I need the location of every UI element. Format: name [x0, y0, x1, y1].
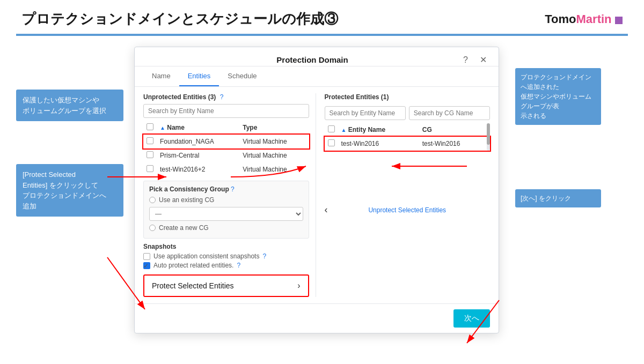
dialog-footer: 次へ [135, 303, 499, 333]
row-type-2: Virtual Machine [239, 162, 309, 176]
cg-help[interactable]: ? [231, 185, 235, 193]
tab-name[interactable]: Name [143, 66, 179, 86]
app-consistent-checkbox[interactable] [143, 253, 150, 260]
row-checkbox-2[interactable] [147, 165, 153, 172]
row-name-0: Foundation_NAGA [157, 135, 239, 149]
auto-protect-label: Auto protect related entities. [153, 262, 233, 269]
unprotected-help[interactable]: ? [220, 93, 224, 101]
col-type: Type [239, 121, 309, 135]
unprotected-label: Unprotected Entities (3) ? [143, 93, 309, 101]
app-consistent-help[interactable]: ? [262, 252, 266, 260]
dialog-body: Unprotected Entities (3) ? ▲ Name Type [135, 87, 499, 303]
tab-entities[interactable]: Entities [179, 66, 219, 86]
select-all-unprotected[interactable] [147, 123, 153, 130]
col-entity-name: ▲ Entity Name [338, 123, 419, 137]
annotation-next-label: [次へ] をクリック [515, 189, 601, 207]
right-annotations: プロテクションドメインへ追加された仮想マシンやボリュームグループが表示される [… [510, 47, 628, 333]
dialog-wrapper: Protection Domain ? ✕ Name Entities Sche… [123, 47, 510, 333]
chevron-right-icon: › [297, 281, 300, 291]
row-name-1: Prism-Central [157, 148, 239, 162]
unprotect-button[interactable]: Unprotect Selected Entities [368, 206, 446, 214]
annotation-next-click: [次へ] をクリック [515, 189, 628, 207]
next-button[interactable]: 次へ [453, 309, 490, 328]
unprotected-search-input[interactable] [143, 104, 309, 118]
dialog-title: Protection Domain [165, 55, 460, 64]
snapshots-section: Snapshots Use application consistent sna… [143, 243, 309, 269]
protected-row-checkbox-0[interactable] [328, 139, 335, 146]
page-title: プロテクションドメインとスケジュールの作成③ [21, 10, 338, 28]
protected-panel-header: Protected Entities (1) [325, 93, 491, 104]
table-row: Foundation_NAGA Virtual Machine [143, 135, 309, 149]
tab-schedule[interactable]: Schedule [219, 66, 265, 86]
auto-protect-checkbox[interactable]: ✓ [143, 262, 150, 269]
logo: TomoMartin [545, 12, 623, 26]
protected-scrollbar[interactable] [487, 123, 490, 151]
annotation-protect-click: [Protect SelectedEntities] をクリックしてプロテクショ… [16, 164, 123, 217]
row-checkbox-0[interactable] [147, 137, 153, 144]
protected-search-cg-input[interactable] [409, 106, 490, 120]
protected-label: Protected Entities (1) [325, 93, 389, 101]
row-type-1: Virtual Machine [239, 148, 309, 162]
logo-box-icon [615, 17, 623, 24]
annotation-protected-added: プロテクションドメインへ追加された仮想マシンやボリュームグループが表示される [515, 68, 601, 125]
main-area: 保護したい仮想マシンやボリュームグループを選択 [Protect Selecte… [0, 36, 644, 344]
protected-entity-0: test-Win2016 [338, 137, 419, 151]
protected-search-row [325, 106, 491, 120]
radio-new-cg-label: Create a new CG [159, 224, 209, 232]
two-col-layout: Unprotected Entities (3) ? ▲ Name Type [143, 93, 490, 297]
protected-table-row: test-Win2016 test-Win2016 [325, 137, 491, 151]
existing-cg-select[interactable]: — [149, 207, 303, 221]
scrollbar-thumb [487, 123, 490, 145]
protected-entities-panel: Protected Entities (1) ▲ [323, 93, 491, 297]
annotation-select-vm: 保護したい仮想マシンやボリュームグループを選択 [16, 90, 123, 121]
protected-cg-0: test-Win2016 [419, 137, 490, 151]
dialog-tabs: Name Entities Schedule [135, 66, 499, 87]
protected-search-entity-input[interactable] [325, 106, 406, 120]
table-row: test-Win2016+2 Virtual Machine [143, 162, 309, 176]
protect-selected-button[interactable]: Protect Selected Entities › [143, 274, 309, 297]
table-row: Prism-Central Virtual Machine [143, 148, 309, 162]
protection-domain-dialog: Protection Domain ? ✕ Name Entities Sche… [134, 47, 499, 333]
select-all-protected[interactable] [328, 125, 335, 132]
bottom-action-row: ‹ Unprotect Selected Entities [325, 204, 491, 216]
dialog-controls[interactable]: ? ✕ [460, 54, 490, 66]
unprotected-entities-panel: Unprotected Entities (3) ? ▲ Name Type [143, 93, 316, 297]
radio-new-cg[interactable]: Create a new CG [149, 224, 303, 232]
dialog-header: Protection Domain ? ✕ [135, 47, 499, 66]
auto-protect-row: ✓ Auto protect related entities. ? [143, 262, 309, 269]
radio-existing-cg[interactable]: Use an existing CG [149, 196, 303, 204]
logo-tomo: Tomo [545, 12, 576, 26]
page-header: プロテクションドメインとスケジュールの作成③ TomoMartin [0, 0, 644, 34]
row-name-2: test-Win2016+2 [157, 162, 239, 176]
snapshots-title: Snapshots [143, 243, 309, 250]
row-type-0: Virtual Machine [239, 135, 309, 149]
radio-existing-cg-label: Use an existing CG [159, 196, 214, 204]
cg-title: Pick a Consistency Group ? [149, 185, 303, 193]
help-button[interactable]: ? [460, 54, 471, 66]
col-cg: CG [419, 123, 490, 137]
app-consistent-label: Use application consistent snapshots [153, 252, 259, 260]
radio-new-cg-btn[interactable] [149, 225, 156, 231]
radio-existing-cg-btn[interactable] [149, 197, 156, 203]
consistency-group-section: Pick a Consistency Group ? Use an existi… [143, 181, 309, 239]
protected-table: ▲ Entity Name CG test-Win2016 test-Win20… [325, 123, 491, 151]
chevron-left-button[interactable]: ‹ [325, 204, 328, 216]
logo-martin: Martin [576, 12, 612, 26]
unprotected-table: ▲ Name Type Foundation_NAGA Virtual Mach… [143, 121, 309, 176]
auto-protect-help[interactable]: ? [237, 262, 240, 269]
close-button[interactable]: ✕ [477, 54, 490, 66]
row-checkbox-1[interactable] [147, 151, 153, 158]
left-annotations: 保護したい仮想マシンやボリュームグループを選択 [Protect Selecte… [16, 47, 123, 333]
protect-button-label: Protect Selected Entities [152, 281, 234, 290]
protected-table-wrapper: ▲ Entity Name CG test-Win2016 test-Win20… [325, 123, 491, 151]
app-consistent-row: Use application consistent snapshots ? [143, 252, 309, 260]
col-name: ▲ Name [157, 121, 239, 135]
